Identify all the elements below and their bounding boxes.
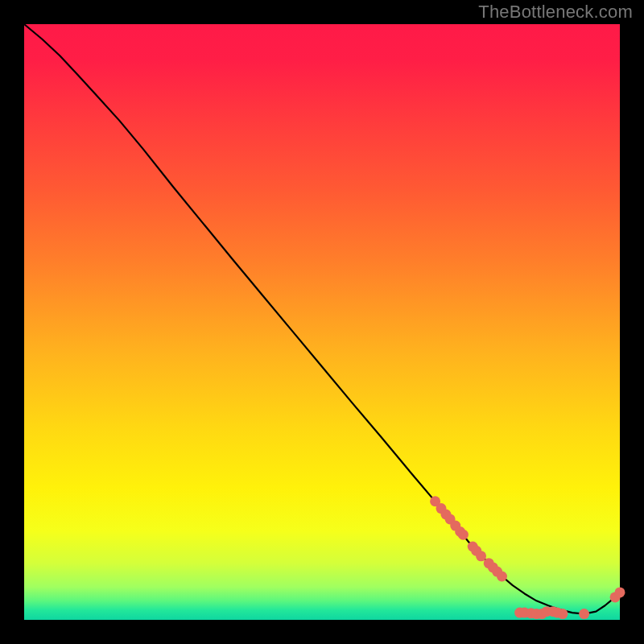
scatter-dot <box>615 587 625 597</box>
scatter-dot <box>497 571 507 581</box>
chart-frame: TheBottleneck.com <box>0 0 644 644</box>
scatter-dot <box>476 551 486 561</box>
scatter-dot <box>557 609 568 619</box>
scatter-dot <box>458 530 469 540</box>
chart-svg <box>0 0 644 644</box>
watermark-text: TheBottleneck.com <box>478 2 633 23</box>
scatter-dot <box>579 609 589 619</box>
